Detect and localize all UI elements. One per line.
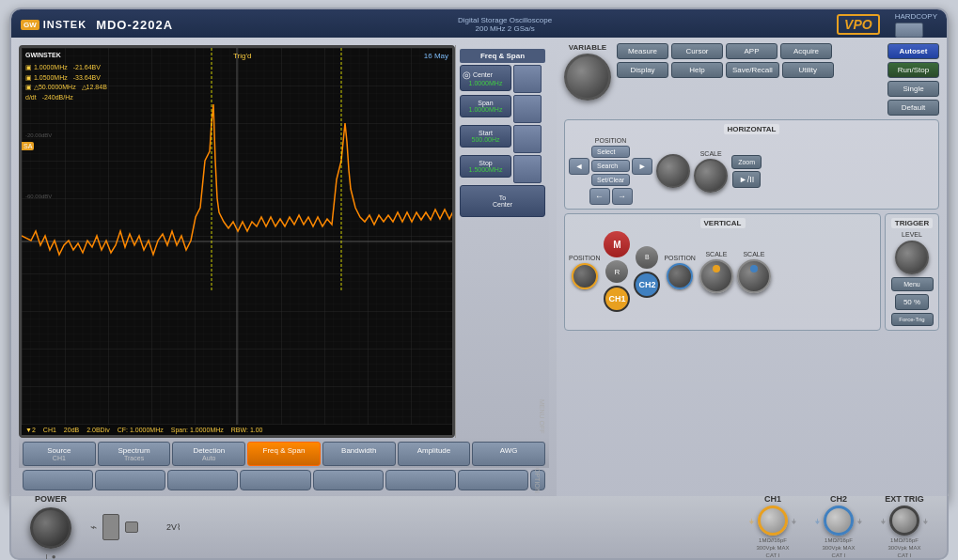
tab-freq-span[interactable]: Freq & Span	[247, 442, 321, 466]
v1-position-knob[interactable]	[572, 263, 598, 289]
bus-btn[interactable]: B	[636, 246, 658, 269]
usb-a-port[interactable]	[102, 514, 119, 540]
ch1-bnc[interactable]	[758, 506, 788, 536]
app-btn[interactable]: APP	[726, 43, 777, 59]
softkey-7[interactable]	[458, 470, 528, 490]
tab-bandwidth[interactable]: Bandwidth	[322, 442, 396, 466]
variable-knob[interactable]	[564, 54, 611, 101]
tab-detection[interactable]: Detection Auto	[172, 442, 245, 466]
grid-svg	[22, 48, 452, 435]
trigger-level-knob[interactable]	[895, 241, 929, 274]
power-indicators: I ●	[45, 552, 55, 561]
save-recall-btn[interactable]: Save/Recall	[726, 62, 779, 78]
set-clear-btn[interactable]: Set/Clear	[591, 174, 630, 186]
freq-knob-1[interactable]	[513, 65, 542, 93]
ch2-btn[interactable]: CH2	[634, 272, 660, 298]
tab-spectrum-traces[interactable]: Spectrum Traces	[98, 442, 171, 466]
runstop-btn[interactable]: Run/Stop	[887, 62, 939, 78]
acquire-btn[interactable]: Acquire	[780, 43, 832, 59]
ch1-ground-2: ⏚	[792, 517, 796, 525]
measurements-panel: ▣ 1.0000MHz -21.64BV ▣ 1.0500MHz -33.64B…	[25, 63, 107, 102]
fifty-pct-btn[interactable]: 50 %	[895, 294, 929, 310]
softkey-row: OPTION	[19, 468, 549, 494]
select-btn[interactable]: Select	[591, 146, 630, 158]
rbw-display: RBW: 1.00	[231, 427, 263, 433]
variable-label: VARIABLE	[569, 43, 606, 52]
menu-off-btn[interactable]: MENU OFF	[460, 399, 545, 434]
trigger-menu-btn[interactable]: Menu	[891, 277, 934, 291]
power-button[interactable]	[30, 507, 71, 549]
ext-trig-label: EXT TRIG	[885, 494, 924, 504]
cursor-btn[interactable]: Cursor	[671, 43, 723, 59]
main-content: GWINSTEK Trig'd 16 May ▣ 1.0000MHz -21.6…	[11, 38, 947, 502]
softkey-4[interactable]	[240, 470, 310, 490]
ch2-dot	[750, 265, 758, 272]
freq-knob-3[interactable]	[513, 125, 542, 153]
ref-btn[interactable]: R	[605, 260, 628, 283]
model-name: MDO-2202A	[96, 18, 173, 32]
v2-scale-knob[interactable]	[737, 259, 771, 293]
utility-btn[interactable]: Utility	[782, 62, 834, 78]
play-pause-btn[interactable]: ►/II	[732, 171, 761, 188]
tab-amplitude[interactable]: Amplitude	[398, 442, 471, 466]
brand-logo: GW INSTEK MDO-2202A	[21, 18, 173, 32]
power-label: POWER	[35, 494, 67, 504]
autoset-btn[interactable]: Autoset	[887, 43, 939, 59]
hardcopy-button[interactable]	[895, 23, 923, 38]
top-panel: GW INSTEK MDO-2202A Digital Storage Osci…	[11, 9, 947, 38]
math-btn[interactable]: M	[604, 231, 630, 257]
softkey-option[interactable]: OPTION	[530, 470, 545, 490]
ch2-ground-2: ⏚	[857, 517, 862, 525]
freq-knob-2[interactable]	[513, 95, 542, 123]
position-label-v1: POSITION	[569, 255, 600, 261]
connectors-section: CH1 ⏚ ⏚ 1MΩ//16pF300Vpk MAXCAT I CH2 ⏚ ⏚…	[749, 494, 928, 559]
vertical-section: VERTICAL POSITION M R CH1	[564, 213, 881, 331]
ch1-spec: 1MΩ//16pF300Vpk MAXCAT I	[756, 537, 789, 559]
freq-knob-4[interactable]	[513, 155, 542, 183]
tab-awg[interactable]: AWG	[472, 442, 545, 466]
ext-trig-bnc[interactable]	[889, 506, 919, 536]
h-position-knob[interactable]	[656, 154, 690, 188]
horizontal-label: HORIZONTAL	[724, 124, 780, 134]
default-btn[interactable]: Default	[887, 100, 939, 116]
gw-box: GW	[21, 20, 39, 30]
force-trig-btn[interactable]: Force-Trig	[891, 313, 934, 326]
ch1-ground-symbol: ⏚	[749, 517, 754, 525]
v1-scale-knob[interactable]	[699, 259, 733, 293]
help-btn[interactable]: Help	[671, 62, 723, 78]
search-btn[interactable]: Search	[591, 160, 630, 172]
measure-btn[interactable]: Measure	[617, 43, 668, 59]
h-scale-knob[interactable]	[694, 159, 728, 193]
single-btn[interactable]: Single	[887, 81, 939, 97]
softkey-5[interactable]	[313, 470, 384, 490]
position-left-btn[interactable]: ◄	[569, 158, 589, 175]
screen-bottom-bar: ▼2 CH1 20dB 2.0BDiv CF: 1.0000MHz Span: …	[22, 425, 452, 435]
trig-status: Trig'd	[233, 52, 251, 60]
center-btn[interactable]: ◎ Center 1.0000MHz	[460, 65, 511, 91]
softkey-2[interactable]	[95, 470, 165, 490]
start-btn[interactable]: Start 500.00Hz	[460, 125, 511, 148]
v2-position-knob[interactable]	[667, 263, 693, 289]
to-center-btn[interactable]: ToCenter	[460, 185, 545, 217]
softkey-6[interactable]	[385, 470, 456, 490]
tab-source[interactable]: Source CH1	[23, 442, 96, 466]
span-btn[interactable]: Span 1.0000MHz	[460, 95, 511, 117]
position-right-btn[interactable]: ►	[632, 158, 652, 175]
stop-btn[interactable]: Stop 1.5000MHz	[460, 155, 511, 178]
ch2-ground-symbol: ⏚	[815, 517, 820, 525]
oscilloscope-body: GW INSTEK MDO-2202A Digital Storage Osci…	[9, 8, 949, 504]
display-btn[interactable]: Display	[617, 62, 668, 78]
softkey-1[interactable]	[23, 470, 93, 490]
usb-icon: ⌁	[90, 521, 97, 534]
forward-btn[interactable]: →	[612, 188, 633, 205]
ch1-dot	[713, 265, 720, 272]
softkey-3[interactable]	[167, 470, 238, 490]
voltage-marker-2: -60.00dBV	[25, 194, 52, 199]
ch1-btn[interactable]: CH1	[604, 286, 630, 312]
ch-display: CH1	[43, 427, 56, 433]
usb-mini-port[interactable]	[125, 521, 138, 533]
cf-display: CF: 1.0000MHz	[118, 427, 164, 433]
zoom-btn[interactable]: Zoom	[731, 155, 762, 169]
back-btn[interactable]: ←	[589, 188, 610, 205]
ch2-bnc[interactable]	[824, 506, 854, 536]
